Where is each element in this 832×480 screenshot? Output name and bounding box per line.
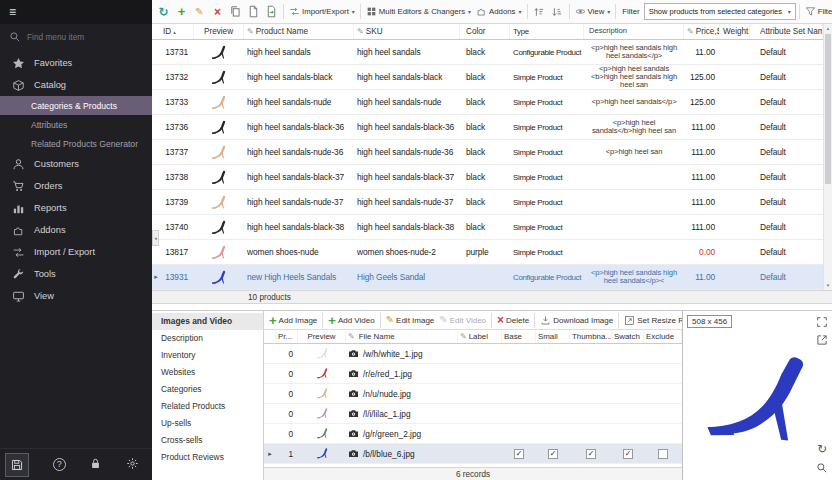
table-row[interactable]: 13736high heel sandals-black-36high heel…: [152, 115, 823, 140]
panel-collapse-handle[interactable]: ◂: [152, 230, 159, 246]
column-header-weight[interactable]: Weight: [720, 24, 750, 39]
tab-up-sells[interactable]: Up-sells: [152, 415, 263, 432]
column-header-id[interactable]: ID▴: [160, 24, 194, 39]
image-row[interactable]: ▸1/b/l/blue_6.jpg✓✓✓✓: [264, 444, 682, 464]
add-video-button[interactable]: +Add Video: [326, 313, 376, 328]
edit-product-button[interactable]: ✎: [191, 3, 208, 21]
table-row[interactable]: 13739high heel sandals-nude-37high heel …: [152, 190, 823, 215]
column-header-preview[interactable]: Preview: [298, 330, 346, 343]
column-header-exclude[interactable]: Exclude: [644, 330, 682, 343]
column-header-attribute-set-name[interactable]: Attribute Set Name: [750, 24, 823, 39]
checkbox-swatch[interactable]: ✓: [623, 449, 633, 459]
sort-descending-button[interactable]: [549, 3, 566, 21]
settings-button[interactable]: [126, 457, 139, 472]
scroll-up-arrow[interactable]: ▴: [824, 24, 832, 33]
menu-icon[interactable]: ≡: [9, 5, 16, 19]
lock-button[interactable]: [89, 457, 102, 472]
multi-editors-button[interactable]: Multi Editors & Changers ▾: [364, 5, 473, 18]
image-row[interactable]: 0/w/h/white_1.jpg: [264, 344, 682, 364]
edit-image-button[interactable]: ✎Edit Image: [384, 314, 437, 326]
table-row[interactable]: 13738high heel sandals-black-37high heel…: [152, 165, 823, 190]
checkbox-small[interactable]: ✓: [548, 449, 558, 459]
tab-inventory[interactable]: Inventory: [152, 347, 263, 364]
sidebar-item-orders[interactable]: Orders: [0, 175, 152, 197]
add-image-button[interactable]: +Add Image: [267, 313, 319, 328]
search-input[interactable]: [27, 32, 143, 42]
column-header-label[interactable]: ✎Label: [458, 330, 502, 343]
checkbox-base[interactable]: ✓: [514, 449, 524, 459]
view-button[interactable]: View ▾: [573, 5, 613, 18]
column-header-preview[interactable]: Preview: [194, 24, 244, 39]
lock-icon: [89, 457, 102, 470]
refresh-button[interactable]: ↻: [155, 3, 172, 21]
column-header-pr[interactable]: Pr...: [276, 330, 298, 343]
open-external-button[interactable]: [815, 333, 829, 347]
import-export-button[interactable]: Import/Export ▾: [287, 5, 357, 18]
delete-product-button[interactable]: ×: [209, 3, 226, 21]
column-header-type[interactable]: Type: [510, 24, 584, 39]
add-product-button[interactable]: +: [173, 3, 190, 21]
filters-button[interactable]: Filters ▾: [803, 5, 832, 18]
table-row[interactable]: 13731high heel sandalshigh heel sandalsb…: [152, 40, 823, 65]
scrollbar-thumb[interactable]: [825, 34, 831, 184]
sidebar-item-favorites[interactable]: Favorites: [0, 52, 152, 74]
column-header-base[interactable]: Base: [502, 330, 536, 343]
tab-cross-sells[interactable]: Cross-sells: [152, 432, 263, 449]
tab-description[interactable]: Description: [152, 330, 263, 347]
category-filter-select[interactable]: Show products from selected categories ▾: [644, 3, 796, 20]
table-row[interactable]: ▸13931new High Heels SandalsHigh Geels S…: [152, 265, 823, 290]
column-header-thumbna[interactable]: Thumbna...: [570, 330, 612, 343]
copy-button[interactable]: [227, 3, 244, 21]
vertical-scrollbar[interactable]: ▴ ▾: [823, 24, 832, 290]
sidebar-item-attributes[interactable]: Attributes: [0, 115, 152, 134]
image-row[interactable]: 0/l/i/lilac_1.jpg: [264, 404, 682, 424]
tab-images-and-video[interactable]: Images and Video: [152, 313, 263, 330]
sidebar-item-catalog[interactable]: Catalog: [0, 74, 152, 96]
zoom-button[interactable]: [815, 461, 829, 475]
help-button[interactable]: ?: [53, 458, 66, 471]
duplicate-button[interactable]: [245, 3, 262, 21]
table-row[interactable]: 13737high heel sandals-nude-36high heel …: [152, 140, 823, 165]
checkbox-thumbnail[interactable]: ✓: [586, 449, 596, 459]
column-header-price[interactable]: ✎Price,$: [684, 24, 720, 39]
image-row[interactable]: 0/g/r/green_2.jpg: [264, 424, 682, 444]
checkbox-exclude[interactable]: [658, 449, 668, 459]
tab-categories[interactable]: Categories: [152, 381, 263, 398]
image-row[interactable]: 0/n/u/nude.jpg: [264, 384, 682, 404]
edit-video-button[interactable]: ✎Edit Video: [437, 314, 488, 326]
table-row[interactable]: 13740high heel sandals-black-38high heel…: [152, 215, 823, 240]
column-header-small[interactable]: Small: [536, 330, 570, 343]
table-row[interactable]: 13733high heel sandals-nudehigh heel san…: [152, 90, 823, 115]
addons-button[interactable]: Addons ▾: [474, 5, 523, 18]
sidebar-item-view[interactable]: View: [0, 285, 152, 307]
sidebar-item-related-products-generator[interactable]: Related Products Generator: [0, 134, 152, 153]
tab-related-products[interactable]: Related Products: [152, 398, 263, 415]
table-row[interactable]: 13732high heel sandals-blackhigh heel sa…: [152, 65, 823, 90]
cell-sku: High Geels Sandal: [354, 272, 460, 282]
sidebar-item-customers[interactable]: Customers: [0, 153, 152, 175]
image-row[interactable]: 0/r/e/red_1.jpg: [264, 364, 682, 384]
tab-product-reviews[interactable]: Product Reviews: [152, 449, 263, 466]
fullscreen-button[interactable]: [815, 315, 829, 329]
tab-websites[interactable]: Websites: [152, 364, 263, 381]
column-header-product-name[interactable]: ✎Product Name: [244, 24, 354, 39]
sort-ascending-button[interactable]: [531, 3, 548, 21]
refresh-preview-button[interactable]: ↻: [815, 442, 829, 456]
table-row[interactable]: 13817women shoes-nudewomen shoes-nude-2p…: [152, 240, 823, 265]
column-header-swatch[interactable]: Swatch: [612, 330, 644, 343]
delete-image-button[interactable]: ×Delete: [495, 313, 531, 327]
sidebar-item-categories-products[interactable]: Categories & Products: [0, 96, 152, 115]
sidebar-item-import-export[interactable]: Import / Export: [0, 241, 152, 263]
column-header-color[interactable]: Color: [460, 24, 510, 39]
download-image-button[interactable]: Download Image: [538, 314, 615, 327]
sidebar-item-addons[interactable]: Addons: [0, 219, 152, 241]
column-header-description[interactable]: Description: [584, 24, 684, 39]
save-button[interactable]: [5, 453, 29, 477]
set-resize-rule-button[interactable]: Set Resize Rule▾: [622, 314, 682, 327]
column-header-file-name[interactable]: ✎File Name: [346, 330, 458, 343]
sidebar-item-reports[interactable]: Reports: [0, 197, 152, 219]
scroll-down-arrow[interactable]: ▾: [824, 281, 832, 290]
column-header-sku[interactable]: ✎SKU: [354, 24, 460, 39]
export-grid-button[interactable]: [263, 3, 280, 21]
sidebar-item-tools[interactable]: Tools: [0, 263, 152, 285]
